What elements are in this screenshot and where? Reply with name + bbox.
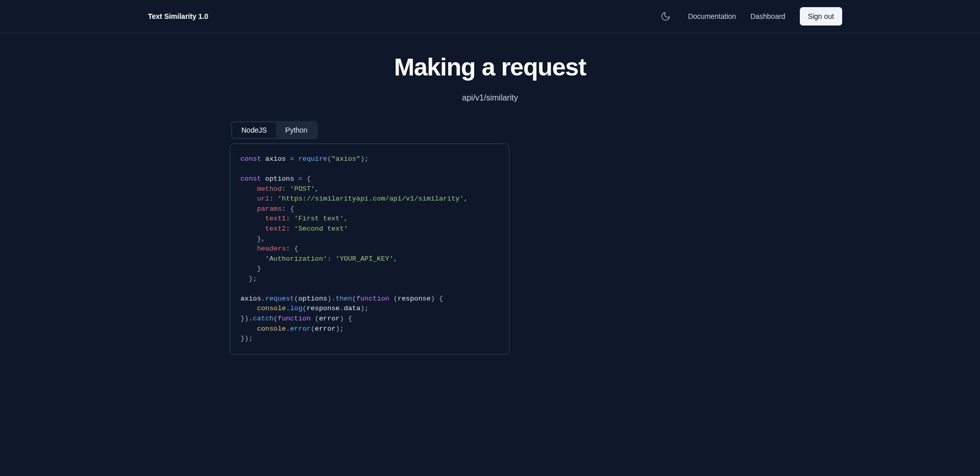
- code-token: method: [240, 185, 282, 193]
- code-token: options: [298, 295, 327, 303]
- nav-right: Documentation Dashboard Sign out: [657, 7, 842, 26]
- code-token: ): [339, 315, 344, 322]
- code-token: text1: [240, 215, 286, 222]
- code-token: catch: [253, 315, 274, 322]
- code-token: ,: [315, 185, 319, 193]
- code-token: ): [360, 305, 364, 312]
- code-token: ): [431, 295, 435, 303]
- code-token: 'https://similarityapi.com/api/v1/simila…: [274, 195, 464, 203]
- code-token: {: [286, 205, 294, 213]
- code-token: function: [278, 315, 311, 322]
- code-token: 'Second text': [290, 225, 348, 233]
- code-token: ,: [464, 195, 468, 203]
- code-token: =: [298, 175, 302, 183]
- nav-dashboard[interactable]: Dashboard: [750, 12, 786, 20]
- code-token: ): [244, 315, 249, 322]
- page-title: Making a request: [230, 53, 750, 81]
- code-token: const: [240, 175, 261, 183]
- code-token: {: [290, 245, 298, 253]
- code-token: }: [240, 315, 244, 322]
- code-token: :: [282, 185, 286, 193]
- tab-python[interactable]: Python: [276, 122, 317, 138]
- code-token: :: [282, 205, 286, 213]
- code-token: ): [360, 155, 364, 163]
- code-tabs: NodeJS Python: [231, 121, 318, 139]
- code-token: console: [240, 325, 286, 333]
- endpoint-path: api/v1/similarity: [230, 93, 750, 103]
- code-token: (: [311, 315, 319, 322]
- code-token: .: [339, 305, 344, 312]
- code-token: 'First text': [290, 215, 344, 222]
- code-token: const: [240, 155, 261, 163]
- code-token: response: [307, 305, 340, 312]
- code-token: ;: [364, 305, 369, 312]
- main-container: Making a request api/v1/similarity NodeJ…: [219, 33, 761, 375]
- code-token: function: [356, 295, 389, 303]
- code-token: console: [240, 305, 286, 312]
- code-token: "axios": [331, 155, 360, 163]
- navbar: Text Similarity 1.0 Documentation Dashbo…: [0, 0, 980, 33]
- brand-logo[interactable]: Text Similarity 1.0: [148, 12, 208, 20]
- code-token: {: [435, 295, 443, 303]
- code-token: .: [261, 295, 265, 303]
- code-token: axios: [261, 155, 290, 163]
- code-token: (: [311, 325, 315, 333]
- code-token: ,: [344, 215, 348, 222]
- code-token: ;: [339, 325, 344, 333]
- nav-documentation[interactable]: Documentation: [688, 12, 736, 20]
- code-block: const axios = require("axios"); const op…: [230, 143, 509, 355]
- code-token: 'YOUR_API_KEY': [331, 255, 394, 263]
- code-token: error: [315, 325, 336, 333]
- code-token: (: [274, 315, 278, 322]
- code-token: };: [240, 275, 257, 283]
- code-token: then: [335, 295, 352, 303]
- code-token: ;: [364, 155, 369, 163]
- code-token: }: [240, 335, 244, 342]
- code-token: 'Authorization': [240, 255, 327, 263]
- code-token: {: [303, 175, 311, 183]
- code-token: log: [290, 305, 302, 312]
- moon-icon: [660, 11, 671, 21]
- code-token: url: [240, 195, 270, 203]
- code-token: 'POST': [286, 185, 315, 193]
- code-token: response: [398, 295, 431, 303]
- code-token: text2: [240, 225, 286, 233]
- code-token: params: [240, 205, 282, 213]
- code-token: {: [344, 315, 352, 322]
- code-token: axios: [240, 295, 261, 303]
- code-token: ;: [249, 335, 253, 342]
- code-token: error: [290, 325, 311, 333]
- signout-button[interactable]: Sign out: [800, 7, 842, 26]
- code-token: ,: [394, 255, 398, 263]
- code-token: :: [270, 195, 274, 203]
- code-token: (: [389, 295, 398, 303]
- code-token: options: [261, 175, 299, 183]
- code-token: ): [244, 335, 249, 342]
- code-token: (: [303, 305, 307, 312]
- code-token: }: [240, 265, 261, 272]
- code-token: request: [265, 295, 295, 303]
- code-token: error: [319, 315, 340, 322]
- code-token: (: [352, 295, 356, 303]
- tab-nodejs[interactable]: NodeJS: [232, 122, 276, 138]
- code-token: require: [294, 155, 327, 163]
- code-token: data: [344, 305, 360, 312]
- code-token: },: [240, 235, 265, 243]
- code-token: headers: [240, 245, 286, 253]
- theme-toggle-button[interactable]: [657, 8, 674, 24]
